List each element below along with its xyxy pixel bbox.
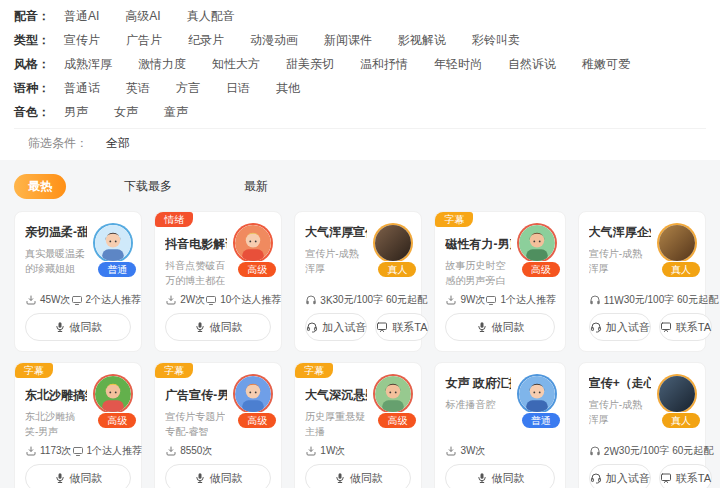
filter-option[interactable]: 日语 xyxy=(226,80,250,97)
filter-option[interactable]: 新闻课件 xyxy=(324,32,372,49)
filter-option[interactable]: 影视解说 xyxy=(398,32,446,49)
make-same-button[interactable]: 做同款 xyxy=(445,464,554,488)
filter-option[interactable]: 知性大方 xyxy=(212,56,260,73)
button-label: 加入试音 xyxy=(322,320,366,335)
filter-option[interactable]: 纪录片 xyxy=(188,32,224,49)
stat-left-value: 1173次 xyxy=(40,444,72,458)
filter-option[interactable]: 温和抒情 xyxy=(360,56,408,73)
filter-option[interactable]: 稚嫩可爱 xyxy=(582,56,630,73)
mic-icon xyxy=(476,472,488,484)
stat-left-value: 9W次 xyxy=(460,293,485,307)
avatar-illustration xyxy=(519,376,555,412)
stat-left: 2W次 xyxy=(165,293,205,307)
filter-row: 配音： 普通AI高级AI真人配音 xyxy=(14,4,706,28)
voice-card[interactable]: 情绪 抖音电影解说一哥 抖音点赞破百万的博主都在用它 高级 2W次 10个达人推… xyxy=(154,211,282,352)
card-actions: 做同款 xyxy=(165,464,271,488)
voice-card[interactable]: 宣传+（走心）城... 宣传片-成熟浑厚 真人 2W 30元/100字 60元起… xyxy=(578,362,706,488)
stat-right-value: 30元/100字 60元起配 xyxy=(624,293,719,307)
voice-card[interactable]: 女声 政府汇报（新... 标准播音腔 普通 3W次 做同款 xyxy=(434,362,565,488)
filter-option[interactable]: 宣传片 xyxy=(64,32,100,49)
make-same-button[interactable]: 做同款 xyxy=(445,313,554,341)
avatar-illustration xyxy=(235,376,271,412)
join-audition-button[interactable]: 加入试音 xyxy=(589,464,651,488)
filter-option[interactable]: 普通AI xyxy=(64,8,99,25)
make-same-button[interactable]: 做同款 xyxy=(165,464,271,488)
filter-option[interactable]: 成熟浑厚 xyxy=(64,56,112,73)
voice-card[interactable]: 字幕 大气深沉悬疑男声 历史厚重悬疑主播 高级 1W次 做同款 xyxy=(294,362,422,488)
filter-option[interactable]: 高级AI xyxy=(125,8,160,25)
filter-option[interactable]: 自然诉说 xyxy=(508,56,556,73)
card-actions: 做同款 xyxy=(445,313,554,341)
filter-summary-label: 筛选条件： xyxy=(28,135,88,152)
voice-subtitle: 真实最暖温柔的珍藏姐姐 xyxy=(25,247,85,276)
avatar xyxy=(235,376,271,412)
button-label: 做同款 xyxy=(492,320,525,335)
filter-option[interactable]: 动漫动画 xyxy=(250,32,298,49)
filter-option[interactable]: 方言 xyxy=(176,80,200,97)
voice-title: 广告宣传-男声 xyxy=(165,387,227,404)
stat-right: 30元/100字 60元起配 xyxy=(619,444,714,458)
sort-tab-item[interactable]: 最新 xyxy=(230,174,282,199)
join-audition-button[interactable]: 加入试音 xyxy=(589,313,651,341)
contact-button[interactable]: 联系TA xyxy=(659,464,712,488)
make-same-button[interactable]: 做同款 xyxy=(165,313,271,341)
make-same-button[interactable]: 做同款 xyxy=(305,464,411,488)
avatar xyxy=(519,225,555,261)
avatar-illustration xyxy=(235,225,271,261)
download-icon xyxy=(165,445,177,457)
button-label: 联系TA xyxy=(676,320,711,335)
headphone-icon xyxy=(589,294,601,306)
stats-row: 9W次 1个达人推荐 xyxy=(445,293,554,307)
contact-button[interactable]: 联系TA xyxy=(375,313,428,341)
join-audition-button[interactable]: 加入试音 xyxy=(305,313,367,341)
make-same-button[interactable]: 做同款 xyxy=(25,464,131,488)
filter-option[interactable]: 甜美亲切 xyxy=(286,56,334,73)
voice-subtitle: 宣传片-成熟浑厚 xyxy=(305,247,365,276)
filter-option[interactable]: 女声 xyxy=(114,104,138,121)
chat-icon xyxy=(660,472,672,484)
filter-option[interactable]: 男声 xyxy=(64,104,88,121)
filter-summary-value[interactable]: 全部 xyxy=(106,135,130,152)
stat-right: 30元/100字 60元起配 xyxy=(624,293,719,307)
headset-icon xyxy=(590,321,602,333)
stat-left-value: 2W次 xyxy=(180,293,205,307)
voice-subtitle: 标准播音腔 xyxy=(445,398,508,413)
make-same-button[interactable]: 做同款 xyxy=(25,313,131,341)
voice-card[interactable]: 大气浑厚宣传+银行 宣传片-成熟浑厚 真人 3K 30元/100字 60元起配 … xyxy=(294,211,422,352)
avatar-illustration xyxy=(95,376,131,412)
voice-card[interactable]: 字幕 磁性有力-男声 故事历史时空感的男声旁白 高级 9W次 1个达人推荐 做同… xyxy=(434,211,565,352)
avatar-photo xyxy=(375,225,411,261)
filter-option[interactable]: 童声 xyxy=(164,104,188,121)
contact-button[interactable]: 联系TA xyxy=(659,313,712,341)
card-actions: 做同款 xyxy=(445,464,554,488)
filter-rows: 配音： 普通AI高级AI真人配音 类型： 宣传片广告片纪录片动漫动画新闻课件影视… xyxy=(14,4,706,124)
sort-tab-item[interactable]: 下载最多 xyxy=(110,174,186,199)
card-actions: 做同款 xyxy=(25,464,131,488)
filter-option[interactable]: 彩铃叫卖 xyxy=(472,32,520,49)
recommend-icon xyxy=(205,294,217,306)
voice-card[interactable]: 字幕 东北沙雕搞笑-男声 东北沙雕搞笑-男声 高级 1173次 1个达人推荐 做… xyxy=(14,362,142,488)
download-icon xyxy=(165,294,177,306)
stats-row: 8550次 xyxy=(165,444,271,458)
voice-subtitle: 故事历史时空感的男声旁白 xyxy=(445,259,508,288)
sort-tab-active[interactable]: 最热 xyxy=(14,174,66,199)
voice-card[interactable]: 亲切温柔-甜美真... 真实最暖温柔的珍藏姐姐 普通 45W次 2个达人推荐 做… xyxy=(14,211,142,352)
filter-option[interactable]: 英语 xyxy=(126,80,150,97)
voice-subtitle: 东北沙雕搞笑-男声 xyxy=(25,410,85,439)
filter-row-label: 风格： xyxy=(14,56,50,73)
avatar xyxy=(95,225,131,261)
filter-row: 风格： 成熟浑厚激情力度知性大方甜美亲切温和抒情年轻时尚自然诉说稚嫩可爱 xyxy=(14,52,706,76)
voice-card[interactable]: 大气浑厚企业（推... 宣传片-成熟浑厚 真人 11W 30元/100字 60元… xyxy=(578,211,706,352)
avatar-photo xyxy=(659,376,695,412)
card-actions: 做同款 xyxy=(165,313,271,341)
voice-subtitle: 宣传片专题片专配-睿智 xyxy=(165,410,225,439)
filter-option[interactable]: 激情力度 xyxy=(138,56,186,73)
filter-option[interactable]: 其他 xyxy=(276,80,300,97)
stat-right: 1个达人推荐 xyxy=(485,293,556,307)
filter-option[interactable]: 真人配音 xyxy=(187,8,235,25)
voice-cards-grid: 亲切温柔-甜美真... 真实最暖温柔的珍藏姐姐 普通 45W次 2个达人推荐 做… xyxy=(14,211,706,488)
filter-option[interactable]: 普通话 xyxy=(64,80,100,97)
filter-option[interactable]: 广告片 xyxy=(126,32,162,49)
voice-card[interactable]: 字幕 广告宣传-男声 宣传片专题片专配-睿智 高级 8550次 做同款 xyxy=(154,362,282,488)
filter-option[interactable]: 年轻时尚 xyxy=(434,56,482,73)
